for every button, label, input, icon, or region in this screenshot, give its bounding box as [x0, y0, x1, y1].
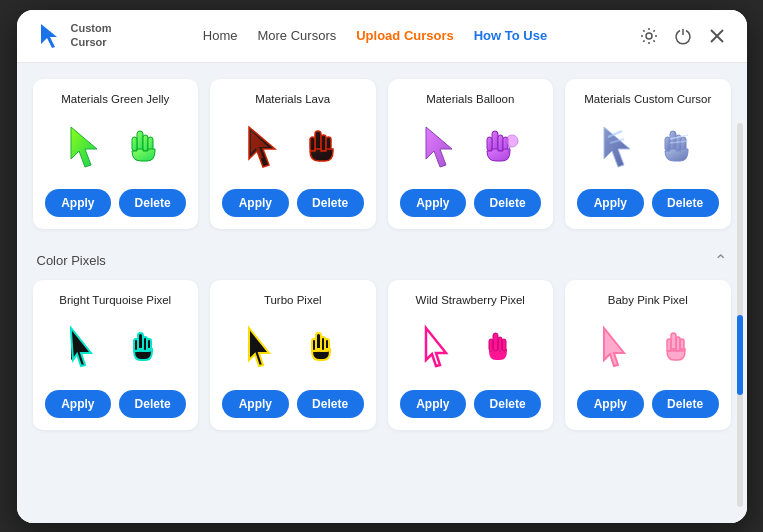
logo: Custom Cursor — [37, 22, 112, 50]
svg-point-20 — [506, 135, 518, 147]
svg-marker-61 — [604, 328, 624, 366]
cursor-arrow-green-jelly — [63, 123, 111, 171]
cursor-images-turquoise — [63, 316, 167, 380]
apply-button-turquoise[interactable]: Apply — [45, 390, 112, 418]
scrollbar[interactable] — [737, 123, 743, 507]
delete-button-pink[interactable]: Delete — [652, 390, 719, 418]
cursor-title-pink: Baby Pink Pixel — [608, 294, 688, 306]
cursor-hand-pink — [652, 324, 700, 372]
cursor-card-lava: Materials Lava — [210, 79, 376, 229]
nav-more-cursors[interactable]: More Cursors — [257, 28, 336, 43]
cursor-arrow-turbo — [241, 324, 289, 372]
svg-rect-5 — [137, 131, 143, 151]
cursor-title-turquoise: Bright Turquoise Pixel — [59, 294, 171, 306]
svg-rect-16 — [492, 131, 498, 151]
cursor-actions-lava: Apply Delete — [222, 189, 364, 217]
apply-button-green-jelly[interactable]: Apply — [45, 189, 112, 217]
logo-icon — [37, 22, 65, 50]
cursor-hand-strawberry — [474, 324, 522, 372]
cursor-hand-custom — [652, 123, 700, 171]
svg-rect-25 — [670, 131, 676, 151]
svg-marker-0 — [41, 24, 57, 48]
svg-rect-56 — [489, 339, 493, 351]
delete-button-green-jelly[interactable]: Delete — [119, 189, 186, 217]
cursor-card-green-jelly: Materials Green Jelly — [33, 79, 199, 229]
cursor-hand-turquoise — [119, 324, 167, 372]
svg-rect-11 — [315, 131, 321, 151]
cursor-actions-balloon: Apply Delete — [400, 189, 542, 217]
cursor-images-balloon — [418, 115, 522, 179]
logo-text: Custom Cursor — [71, 22, 112, 48]
svg-rect-17 — [498, 135, 503, 151]
cursor-card-strawberry: Wild Strawberry Pixel — [388, 280, 554, 430]
svg-rect-53 — [493, 333, 498, 351]
browser-window: Custom Cursor Home More Cursors Upload C… — [17, 10, 747, 523]
cursor-images-lava — [241, 115, 345, 179]
apply-button-lava[interactable]: Apply — [222, 189, 289, 217]
svg-rect-6 — [143, 135, 148, 151]
cursor-arrow-lava — [241, 123, 289, 171]
color-pixels-toggle[interactable]: ⌃ — [714, 251, 727, 270]
svg-rect-19 — [487, 137, 492, 151]
nav-icons — [639, 26, 727, 46]
color-pixels-title: Color Pixels — [37, 253, 106, 268]
main-content: Materials Green Jelly — [17, 63, 747, 523]
cursor-hand-green-jelly — [119, 123, 167, 171]
cursor-title-turbo: Turbo Pixel — [264, 294, 322, 306]
cursor-card-turquoise: Bright Turquoise Pixel — [33, 280, 199, 430]
nav-how-to-use[interactable]: How To Use — [474, 28, 547, 43]
cursor-arrow-turquoise — [63, 324, 111, 372]
cursor-actions-green-jelly: Apply Delete — [45, 189, 187, 217]
cursor-actions-turbo: Apply Delete — [222, 390, 364, 418]
cursor-images-green-jelly — [63, 115, 167, 179]
color-pixels-section-header: Color Pixels ⌃ — [33, 245, 731, 280]
color-pixels-grid: Bright Turquoise Pixel — [33, 280, 731, 430]
nav: Home More Cursors Upload Cursors How To … — [203, 28, 547, 43]
gear-icon[interactable] — [639, 26, 659, 46]
delete-button-custom[interactable]: Delete — [652, 189, 719, 217]
cursor-arrow-custom — [596, 123, 644, 171]
delete-button-balloon[interactable]: Delete — [474, 189, 541, 217]
apply-button-balloon[interactable]: Apply — [400, 189, 467, 217]
cursor-title-lava: Materials Lava — [255, 93, 330, 105]
cursor-card-balloon: Materials Balloon — [388, 79, 554, 229]
delete-button-turquoise[interactable]: Delete — [119, 390, 186, 418]
cursor-card-pink: Baby Pink Pixel — [565, 280, 731, 430]
cursor-hand-turbo — [297, 324, 345, 372]
cursor-images-custom — [596, 115, 700, 179]
cursor-card-custom: Materials Custom Cursor — [565, 79, 731, 229]
apply-button-turbo[interactable]: Apply — [222, 390, 289, 418]
svg-rect-8 — [132, 137, 137, 151]
delete-button-strawberry[interactable]: Delete — [474, 390, 541, 418]
svg-rect-54 — [498, 337, 502, 351]
delete-button-turbo[interactable]: Delete — [297, 390, 364, 418]
delete-button-lava[interactable]: Delete — [297, 189, 364, 217]
cursor-actions-pink: Apply Delete — [577, 390, 719, 418]
cursor-actions-turquoise: Apply Delete — [45, 390, 187, 418]
cursor-images-turbo — [241, 316, 345, 380]
cursor-title-custom: Materials Custom Cursor — [584, 93, 711, 105]
logo-line1: Custom — [71, 22, 112, 35]
cursor-arrow-strawberry — [418, 324, 466, 372]
apply-button-pink[interactable]: Apply — [577, 390, 644, 418]
apply-button-strawberry[interactable]: Apply — [400, 390, 467, 418]
cursor-card-turbo: Turbo Pixel — [210, 280, 376, 430]
nav-home[interactable]: Home — [203, 28, 238, 43]
cursor-title-green-jelly: Materials Green Jelly — [61, 93, 169, 105]
svg-point-1 — [646, 33, 652, 39]
materials-grid: Materials Green Jelly — [33, 79, 731, 229]
scrollbar-thumb[interactable] — [737, 315, 743, 395]
svg-marker-41 — [249, 328, 269, 366]
cursor-actions-custom: Apply Delete — [577, 189, 719, 217]
cursor-hand-lava — [297, 123, 345, 171]
close-icon[interactable] — [707, 26, 727, 46]
apply-button-custom[interactable]: Apply — [577, 189, 644, 217]
cursor-hand-balloon — [474, 123, 522, 171]
cursor-actions-strawberry: Apply Delete — [400, 390, 542, 418]
cursor-title-balloon: Materials Balloon — [426, 93, 514, 105]
cursor-title-strawberry: Wild Strawberry Pixel — [416, 294, 525, 306]
svg-rect-28 — [665, 137, 670, 151]
nav-upload-cursors[interactable]: Upload Cursors — [356, 28, 454, 43]
cursor-images-pink — [596, 316, 700, 380]
power-icon[interactable] — [673, 26, 693, 46]
